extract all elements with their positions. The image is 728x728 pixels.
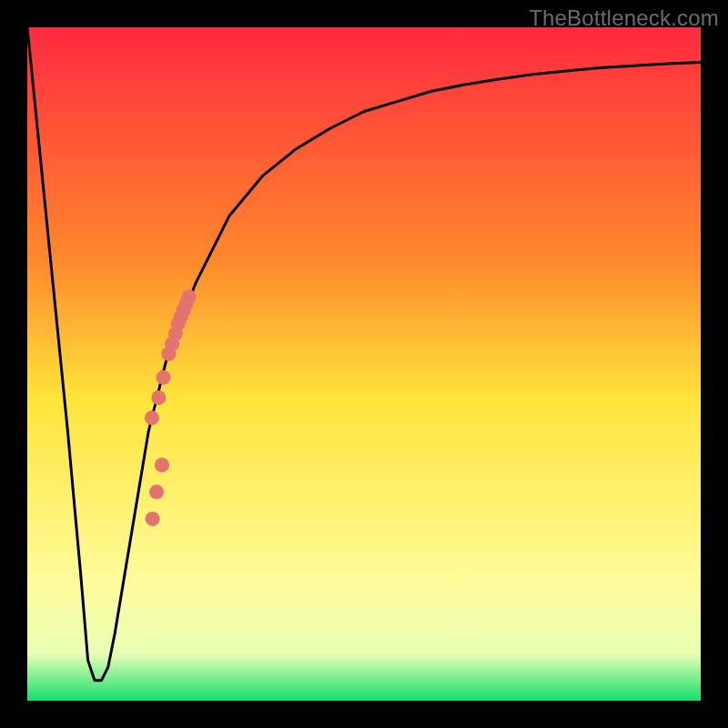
data-point <box>182 289 197 304</box>
watermark-text: TheBottleneck.com <box>529 5 719 31</box>
data-point <box>145 410 159 425</box>
data-point <box>156 370 170 385</box>
chart-frame: TheBottleneck.com <box>0 0 728 728</box>
plot-area <box>27 27 701 701</box>
data-point <box>155 458 169 472</box>
chart-svg <box>27 27 701 701</box>
data-point <box>151 390 166 405</box>
data-point <box>149 485 164 500</box>
gradient-background <box>27 27 701 701</box>
data-point <box>146 511 160 526</box>
